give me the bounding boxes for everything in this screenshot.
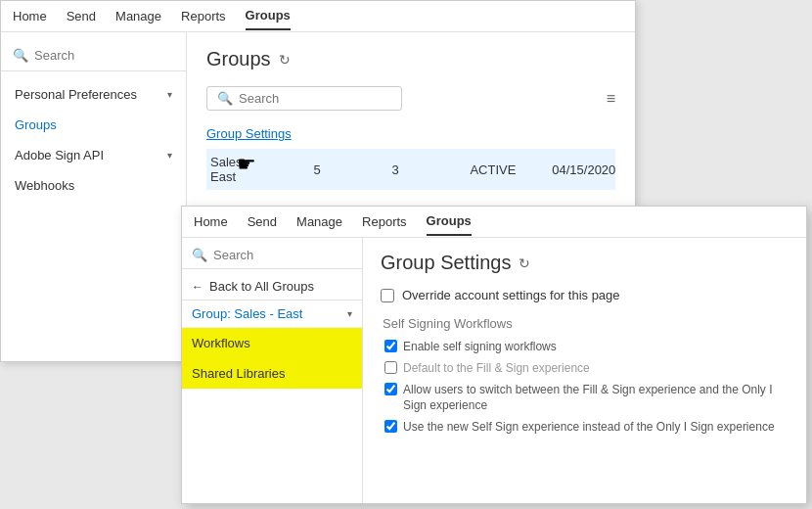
workflows-menu-item[interactable]: Workflows [182,328,362,358]
checkbox-label-2: Allow users to switch between the Fill &… [403,382,789,415]
back-sidebar-search-container: 🔍 [1,40,186,71]
checkbox-enable-self-signing[interactable] [384,340,397,352]
checkbox-row-0: Enable self signing workflows [381,339,789,355]
override-checkbox[interactable] [381,289,394,302]
checkbox-default-fill-sign[interactable] [384,361,397,374]
front-panel: Home Send Manage Reports Groups 🔍 ← Back… [181,206,807,504]
back-to-all-groups-button[interactable]: ← Back to All Groups [182,273,362,301]
front-refresh-icon[interactable]: ↻ [519,255,530,271]
shared-libraries-menu-item[interactable]: Shared Libraries [182,358,362,389]
back-nav-manage[interactable]: Manage [115,3,161,29]
sidebar-item-personal-preferences[interactable]: Personal Preferences ▾ [1,79,186,110]
sidebar-item-groups[interactable]: Groups [1,110,186,140]
back-sidebar: 🔍 Personal Preferences ▾ Groups Adobe Si… [1,32,187,361]
checkbox-new-self-sign[interactable] [384,420,397,433]
front-sidebar-search-icon: 🔍 [192,248,207,262]
hamburger-menu-icon[interactable]: ≡ [607,90,615,108]
back-content-toolbar: 🔍 ≡ [206,86,615,111]
back-refresh-icon[interactable]: ↻ [279,52,291,68]
chevron-down-icon-api: ▾ [167,150,172,161]
group-label-item[interactable]: Group: Sales - East ▾ [182,301,362,328]
checkbox-allow-switch[interactable] [384,383,397,395]
arrow-left-icon: ← [192,280,203,294]
back-main-search-input[interactable] [239,91,391,106]
sidebar-item-adobe-sign-api[interactable]: Adobe Sign API ▾ [1,140,186,170]
back-main-search-box: 🔍 [206,86,402,111]
front-page-title: Group Settings ↻ [381,252,789,274]
back-sidebar-search-icon: 🔍 [13,48,28,63]
section-title-self-signing: Self Signing Workflows [383,316,789,331]
checkbox-label-0: Enable self signing workflows [403,339,557,355]
group-settings-link[interactable]: Group Settings [206,122,615,145]
front-main-content: Group Settings ↻ Override account settin… [363,238,806,503]
front-sidebar-search-input[interactable] [213,248,352,262]
back-main-search-icon: 🔍 [217,91,233,106]
checkbox-row-2: Allow users to switch between the Fill &… [381,382,789,415]
group-chevron-down-icon: ▾ [347,308,352,319]
back-top-nav: Home Send Manage Reports Groups [1,1,635,32]
front-top-nav: Home Send Manage Reports Groups [182,207,806,238]
back-nav-groups[interactable]: Groups [246,2,291,30]
back-page-title: Groups ↻ [206,48,615,70]
front-nav-send[interactable]: Send [248,208,277,235]
table-row[interactable]: Sales - East 5 3 ACTIVE 04/15/2020 [206,149,615,190]
front-nav-groups[interactable]: Groups [427,208,472,236]
sidebar-item-webhooks[interactable]: Webhooks [1,170,186,201]
back-sidebar-search-input[interactable] [34,48,174,63]
front-nav-reports[interactable]: Reports [362,208,407,235]
checkbox-label-3: Use the new Self Sign experience instead… [403,419,775,436]
back-nav-home[interactable]: Home [13,3,47,29]
front-body: 🔍 ← Back to All Groups Group: Sales - Ea… [182,238,806,503]
override-label: Override account settings for this page [402,288,620,302]
back-nav-reports[interactable]: Reports [181,3,226,29]
checkbox-label-1: Default to the Fill & Sign experience [403,360,590,377]
back-nav-send[interactable]: Send [67,3,96,29]
chevron-down-icon: ▾ [167,89,172,100]
front-nav-manage[interactable]: Manage [296,208,342,235]
front-nav-home[interactable]: Home [194,208,228,235]
front-sidebar: 🔍 ← Back to All Groups Group: Sales - Ea… [182,238,363,503]
checkbox-row-3: Use the new Self Sign experience instead… [381,419,789,436]
override-row: Override account settings for this page [381,288,789,302]
checkbox-row-1: Default to the Fill & Sign experience [381,360,789,377]
front-sidebar-search-container: 🔍 [182,242,362,269]
